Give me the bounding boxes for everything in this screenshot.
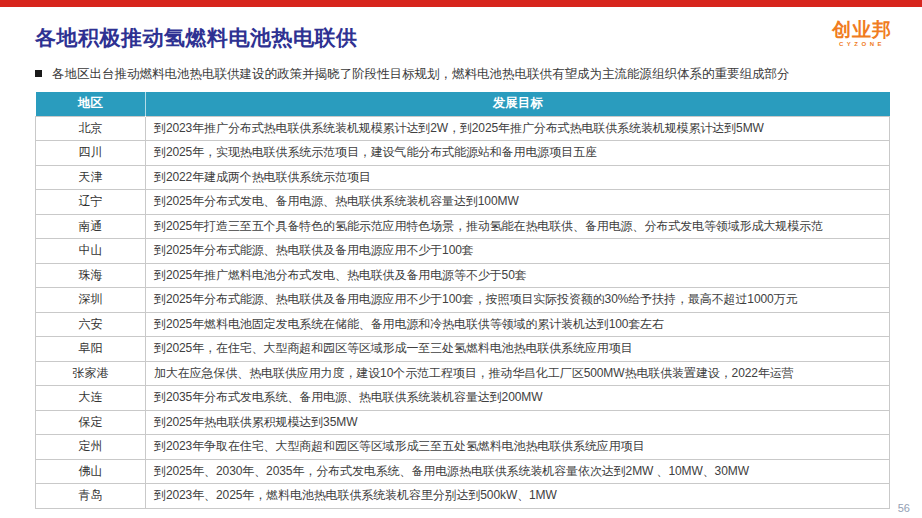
summary-bullet: 各地区出台推动燃料电池热电联供建设的政策并揭晓了阶段性目标规划，燃料电池热电联供… bbox=[35, 66, 892, 83]
table-row: 深圳到2025年分布式能源、热电联供及备用电源应用不少于100套，按照项目实际投… bbox=[36, 288, 890, 313]
region-goals-table: 地区 发展目标 北京到2023年推广分布式热电联供系统装机规模累计达到2W，到2… bbox=[35, 92, 890, 509]
region-cell: 四川 bbox=[36, 141, 146, 166]
region-cell: 大连 bbox=[36, 386, 146, 411]
top-accent-bar bbox=[0, 0, 922, 7]
table-row: 佛山到2025年、2030年、2035年，分布式发电系统、备用电源热电联供系统装… bbox=[36, 459, 890, 484]
region-cell: 南通 bbox=[36, 214, 146, 239]
goal-cell: 到2025年分布式能源、热电联供及备用电源应用不少于100套，按照项目实际投资额… bbox=[146, 288, 890, 313]
bullet-square-icon bbox=[35, 70, 42, 77]
goal-cell: 到2022年建成两个热电联供系统示范项目 bbox=[146, 165, 890, 190]
column-header-region: 地区 bbox=[36, 92, 146, 116]
region-cell: 深圳 bbox=[36, 288, 146, 313]
region-cell: 辽宁 bbox=[36, 190, 146, 215]
table-row: 中山到2025年分布式能源、热电联供及备用电源应用不少于100套 bbox=[36, 239, 890, 264]
table-row: 天津到2022年建成两个热电联供系统示范项目 bbox=[36, 165, 890, 190]
table-row: 青岛到2023年、2025年，燃料电池热电联供系统装机容里分别达到500kW、1… bbox=[36, 484, 890, 509]
table-row: 张家港加大在应急保供、热电联供应用力度，建设10个示范工程项目，推动华昌化工厂区… bbox=[36, 361, 890, 386]
table-row: 六安到2025年燃料电池固定发电系统在储能、备用电源和冷热电联供等领域的累计装机… bbox=[36, 312, 890, 337]
slide: 各地积极推动氢燃料电池热电联供 创业邦 CYZONE 各地区出台推动燃料电池热电… bbox=[0, 0, 922, 518]
region-cell: 天津 bbox=[36, 165, 146, 190]
logo: 创业邦 CYZONE bbox=[832, 20, 892, 47]
page-title: 各地积极推动氢燃料电池热电联供 bbox=[35, 24, 358, 52]
region-cell: 保定 bbox=[36, 410, 146, 435]
goal-cell: 到2025年、2030年、2035年，分布式发电系统、备用电源热电联供系统装机容… bbox=[146, 459, 890, 484]
page-number: 56 bbox=[898, 502, 910, 514]
table-header-row: 地区 发展目标 bbox=[36, 92, 890, 116]
column-header-goal: 发展目标 bbox=[146, 92, 890, 116]
goal-cell: 加大在应急保供、热电联供应用力度，建设10个示范工程项目，推动华昌化工厂区500… bbox=[146, 361, 890, 386]
goal-cell: 到2023年争取在住宅、大型商超和园区等区域形成三至五处氢燃料电池热电联供系统应… bbox=[146, 435, 890, 460]
summary-text: 各地区出台推动燃料电池热电联供建设的政策并揭晓了阶段性目标规划，燃料电池热电联供… bbox=[52, 66, 790, 83]
table-row: 辽宁到2025年分布式发电、备用电源、热电联供系统装机容量达到100MW bbox=[36, 190, 890, 215]
region-cell: 青岛 bbox=[36, 484, 146, 509]
region-cell: 张家港 bbox=[36, 361, 146, 386]
table-row: 珠海到2025年推广燃料电池分布式发电、热电联供及备用电源等不少于50套 bbox=[36, 263, 890, 288]
table-row: 保定到2025年热电联供累积规模达到35MW bbox=[36, 410, 890, 435]
goal-cell: 到2025年分布式能源、热电联供及备用电源应用不少于100套 bbox=[146, 239, 890, 264]
goal-cell: 到2035年分布式发电系统、备用电源、热电联供系统装机容量达到200MW bbox=[146, 386, 890, 411]
region-cell: 佛山 bbox=[36, 459, 146, 484]
region-cell: 北京 bbox=[36, 116, 146, 141]
goal-cell: 到2025年分布式发电、备用电源、热电联供系统装机容量达到100MW bbox=[146, 190, 890, 215]
table-row: 南通到2025年打造三至五个具备特色的氢能示范应用特色场景，推动氢能在热电联供、… bbox=[36, 214, 890, 239]
goal-cell: 到2025年燃料电池固定发电系统在储能、备用电源和冷热电联供等领域的累计装机达到… bbox=[146, 312, 890, 337]
header: 各地积极推动氢燃料电池热电联供 创业邦 CYZONE bbox=[35, 24, 892, 52]
region-cell: 阜阳 bbox=[36, 337, 146, 362]
logo-text: 创业邦 bbox=[832, 20, 892, 39]
table-row: 大连到2035年分布式发电系统、备用电源、热电联供系统装机容量达到200MW bbox=[36, 386, 890, 411]
region-cell: 六安 bbox=[36, 312, 146, 337]
goal-cell: 到2025年推广燃料电池分布式发电、热电联供及备用电源等不少于50套 bbox=[146, 263, 890, 288]
goal-cell: 到2025年，实现热电联供系统示范项目，建设气能分布式能源站和备用电源项目五座 bbox=[146, 141, 890, 166]
table-row: 阜阳到2025年，在住宅、大型商超和园区等区域形成一至三处氢燃料电池热电联供系统… bbox=[36, 337, 890, 362]
table-row: 四川到2025年，实现热电联供系统示范项目，建设气能分布式能源站和备用电源项目五… bbox=[36, 141, 890, 166]
goal-cell: 到2023年、2025年，燃料电池热电联供系统装机容里分别达到500kW、1MW bbox=[146, 484, 890, 509]
goal-cell: 到2025年打造三至五个具备特色的氢能示范应用特色场景，推动氢能在热电联供、备用… bbox=[146, 214, 890, 239]
table-row: 定州到2023年争取在住宅、大型商超和园区等区域形成三至五处氢燃料电池热电联供系… bbox=[36, 435, 890, 460]
goal-cell: 到2025年热电联供累积规模达到35MW bbox=[146, 410, 890, 435]
region-cell: 珠海 bbox=[36, 263, 146, 288]
region-cell: 定州 bbox=[36, 435, 146, 460]
goal-cell: 到2023年推广分布式热电联供系统装机规模累计达到2W，到2025年推广分布式热… bbox=[146, 116, 890, 141]
region-cell: 中山 bbox=[36, 239, 146, 264]
goal-cell: 到2025年，在住宅、大型商超和园区等区域形成一至三处氢燃料电池热电联供系统应用… bbox=[146, 337, 890, 362]
table-row: 北京到2023年推广分布式热电联供系统装机规模累计达到2W，到2025年推广分布… bbox=[36, 116, 890, 141]
logo-subtext: CYZONE bbox=[832, 41, 892, 47]
